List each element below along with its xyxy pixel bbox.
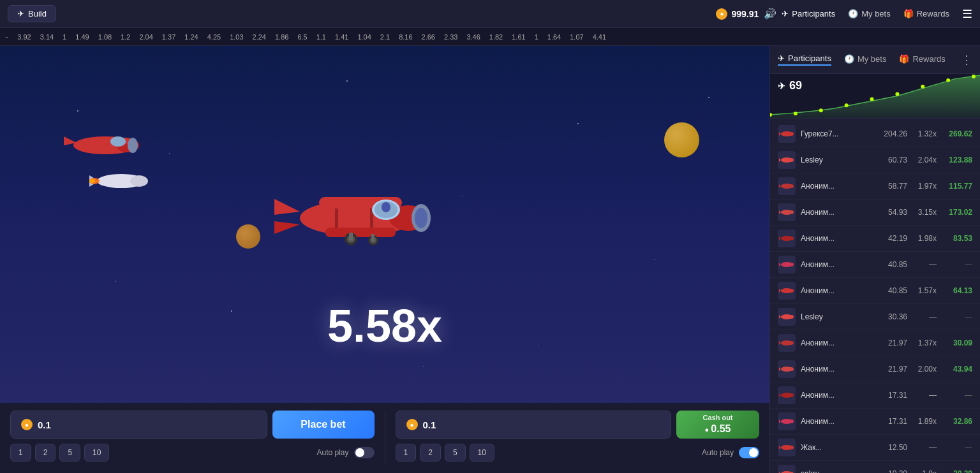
svg-marker-74 (779, 341, 781, 345)
participant-avatar (778, 334, 796, 352)
quick-bet-1-2[interactable]: 2 (35, 444, 56, 462)
svg-point-52 (789, 210, 794, 214)
participant-row: Lesley 60.73 2.04x 123.88 (770, 147, 980, 173)
quick-bet-2-5[interactable]: 5 (445, 444, 466, 462)
quick-bet-1-10[interactable]: 10 (84, 444, 109, 462)
participant-bet: 204.26 (879, 129, 907, 138)
auto-play-toggle-2[interactable] (739, 447, 759, 458)
participant-win: 64.13 (942, 286, 972, 295)
participant-mult: — (912, 260, 937, 269)
participant-avatar (778, 412, 796, 430)
build-label: Build (28, 9, 47, 18)
svg-rect-49 (783, 184, 789, 186)
game-canvas: 5.58x (0, 46, 769, 403)
quick-bet-2-1[interactable]: 1 (396, 444, 417, 462)
svg-marker-58 (779, 236, 781, 240)
balance-value: 999.91 (731, 9, 759, 19)
participant-name: Гурексе7... (801, 129, 873, 138)
nav-participants[interactable]: ✈ Participants (782, 9, 835, 18)
participant-avatar (778, 282, 796, 300)
svg-point-88 (789, 446, 794, 449)
coin-icon-2: ● (406, 419, 418, 430)
participant-mult: 1.89x (912, 417, 937, 426)
svg-point-48 (789, 184, 794, 188)
svg-point-84 (789, 419, 794, 423)
bet-amount-value-1: 0.1 (38, 419, 51, 430)
svg-point-37 (946, 78, 950, 82)
bet-amount-value-2: 0.1 (423, 419, 436, 430)
svg-rect-77 (783, 367, 789, 369)
svg-point-44 (789, 158, 794, 162)
participant-win: 269.62 (942, 129, 972, 138)
svg-point-18 (382, 202, 390, 212)
place-bet-button[interactable]: Place bet (272, 411, 375, 439)
ticker-item: 1.08 (98, 33, 112, 41)
build-button[interactable]: ✈ Build (8, 5, 56, 22)
ticker-item: 1.49 (75, 33, 89, 41)
participant-mult: 1.57x (912, 286, 937, 295)
cash-out-button[interactable]: Cash out ● 0.55 (676, 411, 759, 439)
ticker-item: 2.04 (139, 33, 152, 41)
participant-name: Аноним... (801, 338, 873, 347)
planet-small (236, 224, 260, 249)
quick-bet-2-10[interactable]: 10 (470, 444, 494, 462)
participant-avatar (778, 386, 796, 404)
svg-point-64 (789, 289, 794, 293)
svg-marker-90 (779, 446, 781, 449)
participant-row: Аноним... 42.19 1.98x 83.53 (770, 226, 980, 252)
participant-win: — (942, 443, 972, 452)
participant-mult: 1.97x (912, 182, 937, 191)
participant-mult: — (912, 312, 937, 321)
participant-avatar (778, 465, 796, 473)
svg-rect-73 (783, 341, 789, 343)
small-plane-1 (64, 121, 147, 168)
participant-bet: 10.20 (879, 469, 907, 473)
rewards-tab-icon: 🎁 (899, 54, 909, 64)
tab-participants[interactable]: ✈ Participants (778, 54, 831, 66)
ticker-item: 1.86 (275, 33, 288, 41)
svg-point-38 (972, 75, 976, 78)
participant-bet: 12.50 (879, 443, 907, 452)
nav-rewards[interactable]: 🎁 Rewards (903, 9, 949, 18)
auto-play-row-2: Auto play (702, 447, 759, 458)
quick-bet-1-1[interactable]: 1 (10, 444, 31, 462)
participant-mult: 2.04x (912, 156, 937, 164)
participant-row: Аноним... 17.31 1.89x 32.86 (770, 409, 980, 435)
header: ✈ Build ● 999.91 🔊 ✈ Participants 🕐 My b… (0, 0, 980, 28)
game-area: 5.58x ● 0.1 Place bet 1 2 (0, 46, 769, 473)
multiplier-value: 5.58x (327, 300, 442, 351)
participant-bet: 60.73 (879, 156, 907, 164)
ticker-item: 3.92 (17, 33, 31, 41)
auto-play-toggle-1[interactable] (354, 447, 375, 458)
quick-bet-2-2[interactable]: 2 (420, 444, 441, 462)
sound-button[interactable]: 🔊 (764, 8, 776, 20)
ticker-item: 1.82 (489, 33, 503, 41)
svg-point-33 (845, 103, 849, 107)
participant-bet: 30.36 (879, 312, 907, 321)
tab-rewards[interactable]: 🎁 Rewards (899, 54, 945, 65)
ticker-item: 1.07 (570, 33, 583, 41)
svg-rect-61 (783, 263, 789, 265)
participant-win: 32.86 (942, 417, 972, 426)
planet-large (664, 122, 699, 157)
participant-row: Аноним... 54.93 3.15x 173.02 (770, 200, 980, 226)
svg-point-68 (789, 315, 794, 319)
quick-bet-1-5[interactable]: 5 (59, 444, 80, 462)
tab-my-bets[interactable]: 🕐 My bets (844, 54, 887, 65)
svg-rect-89 (783, 446, 789, 448)
bottom-controls: ● 0.1 Place bet 1 2 5 10 Auto play (0, 403, 769, 473)
menu-button[interactable]: ☰ (962, 7, 972, 21)
participant-row: Гурексе7... 204.26 1.32x 269.62 (770, 121, 980, 147)
sidebar-menu-button[interactable]: ⋮ (961, 53, 972, 67)
participant-name: Аноним... (801, 234, 873, 243)
bet-amount-display-2: ● 0.1 (396, 411, 672, 439)
svg-rect-57 (783, 236, 789, 238)
svg-rect-65 (783, 289, 789, 291)
ticker-item: 1.64 (547, 33, 561, 41)
ticker-item: 2.66 (422, 33, 435, 41)
participant-bet: 58.77 (879, 182, 907, 191)
participant-avatar (778, 439, 796, 456)
ticker-dash: - (5, 31, 8, 43)
participant-name: Lesley (801, 156, 873, 164)
nav-my-bets[interactable]: 🕐 My bets (848, 9, 891, 18)
